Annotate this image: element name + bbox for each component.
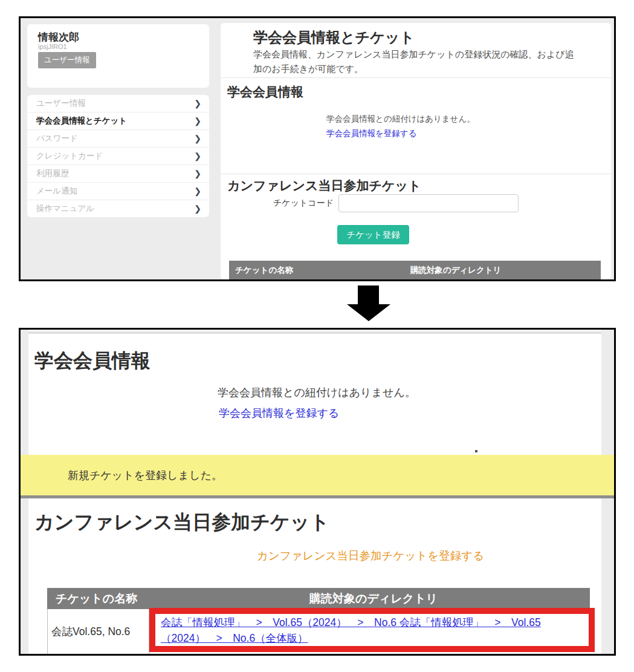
main-panel: 学会会員情報とチケット 学会会員情報、カンファレンス当日参加チケットの登録状況の… — [221, 23, 611, 279]
user-info-button[interactable]: ユーザー情報 — [38, 52, 96, 68]
ticket-code-label: チケットコード — [221, 198, 334, 209]
section-divider — [221, 77, 611, 78]
page-description: 学会会員情報、カンファレンス当日参加チケットの登録状況の確認、および追加のお手続… — [253, 47, 580, 76]
success-banner: 新規チケットを登録しました。 — [21, 455, 614, 495]
conference-ticket-heading: カンファレンス当日参加チケット — [227, 177, 421, 194]
sidebar-item-manual[interactable]: 操作マニュアル ❯ — [27, 200, 209, 217]
user-name: 情報次郎 — [38, 30, 79, 44]
screenshot-before: 情報次郎 ipsjJIRO1 ユーザー情報 ユーザー情報 ❯ 学会会員情報とチケ… — [19, 16, 616, 281]
sidebar-item-password[interactable]: パスワード ❯ — [27, 130, 209, 148]
sidebar-item-usage-history[interactable]: 利用履歴 ❯ — [27, 165, 209, 183]
ticket-register-button[interactable]: チケット登録 — [337, 225, 409, 244]
chevron-right-icon: ❯ — [194, 169, 201, 178]
down-arrow-icon — [358, 285, 379, 304]
member-register-link[interactable]: 学会会員情報を登録する — [219, 406, 339, 420]
member-info-status: 学会会員情報との紐付けはありません。 — [218, 385, 416, 400]
user-card: 情報次郎 ipsjJIRO1 ユーザー情報 — [27, 24, 209, 88]
member-info-status: 学会会員情報との紐付けはありません。 — [326, 114, 475, 125]
chevron-right-icon: ❯ — [194, 186, 201, 196]
sidebar-menu: ユーザー情報 ❯ 学会会員情報とチケット ❯ パスワード ❯ クレジットカード … — [27, 95, 209, 217]
chevron-right-icon: ❯ — [194, 116, 201, 126]
ticket-code-input[interactable] — [338, 194, 519, 212]
chevron-right-icon: ❯ — [194, 134, 201, 143]
sidebar-item-label: パスワード — [36, 133, 78, 144]
chevron-right-icon: ❯ — [194, 151, 201, 161]
directory-column-header: 購読対象のディレクトリ — [157, 588, 590, 609]
member-info-heading: 学会会員情報 — [227, 83, 303, 100]
sidebar-item-label: メール通知 — [36, 186, 77, 197]
stray-dot — [475, 450, 477, 452]
member-info-heading: 学会会員情報 — [34, 348, 150, 374]
table-row: 会誌Vol.65, No.6 — [47, 609, 149, 654]
sidebar-item-credit-card[interactable]: クレジットカード ❯ — [27, 148, 209, 165]
section-divider — [221, 174, 611, 174]
section-divider — [28, 331, 601, 334]
sidebar-item-label: 利用履歴 — [36, 168, 69, 179]
sidebar-item-user-info[interactable]: ユーザー情報 ❯ — [27, 95, 209, 113]
sidebar-item-label: クレジットカード — [36, 151, 103, 161]
ticket-name-cell: 会誌Vol.65, No.6 — [51, 624, 130, 639]
sidebar-item-member-and-ticket[interactable]: 学会会員情報とチケット ❯ — [27, 113, 209, 130]
user-id: ipsjJIRO1 — [38, 43, 67, 50]
directory-links[interactable]: 会誌「情報処理」 > Vol.65（2024） > No.6 会誌「情報処理」 … — [161, 616, 541, 644]
ticket-table-header: チケットの名称 購読対象のディレクトリ — [229, 261, 601, 279]
chevron-right-icon: ❯ — [194, 204, 201, 214]
sidebar-item-label: 操作マニュアル — [36, 203, 94, 214]
member-register-link[interactable]: 学会会員情報を登録する — [326, 128, 416, 139]
screenshot-after: 学会会員情報 学会会員情報との紐付けはありません。 学会会員情報を登録する 新規… — [19, 328, 616, 656]
sidebar-item-label: 学会会員情報とチケット — [36, 116, 127, 126]
highlight-box: 会誌「情報処理」 > Vol.65（2024） > No.6 会誌「情報処理」 … — [149, 608, 595, 652]
directory-column-header: 購読対象のディレクトリ — [311, 261, 601, 279]
conference-ticket-register-link[interactable]: カンファレンス当日参加チケットを登録する — [257, 548, 484, 563]
section-divider — [21, 495, 614, 498]
ticket-table-header: チケットの名称 購読対象のディレクトリ — [47, 588, 590, 609]
ticket-name-column-header: チケットの名称 — [47, 588, 157, 609]
page-title: 学会会員情報とチケット — [253, 28, 415, 47]
success-banner-message: 新規チケットを登録しました。 — [21, 468, 222, 483]
ticket-name-column-header: チケットの名称 — [229, 261, 311, 279]
down-arrow-icon — [347, 304, 390, 321]
sidebar-item-mail-notice[interactable]: メール通知 ❯ — [27, 183, 209, 200]
chevron-right-icon: ❯ — [194, 99, 201, 108]
sidebar-item-label: ユーザー情報 — [36, 98, 86, 109]
conference-ticket-heading: カンファレンス当日参加チケット — [34, 509, 329, 536]
